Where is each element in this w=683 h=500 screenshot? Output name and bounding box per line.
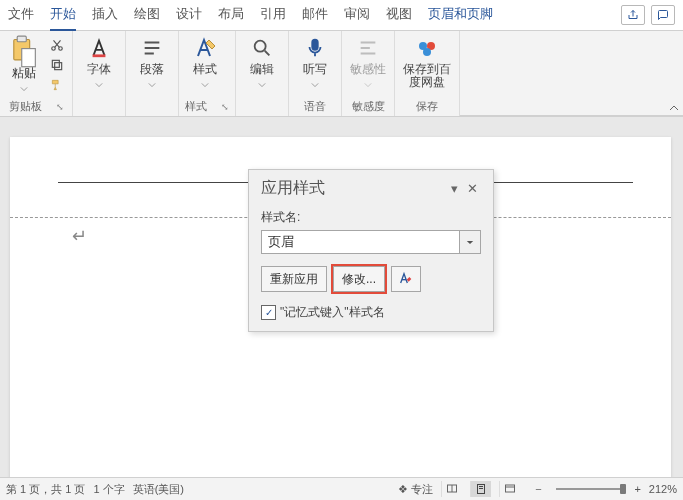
svg-rect-15	[506, 485, 515, 492]
zoom-slider[interactable]	[556, 488, 626, 490]
autocomplete-checkbox-row[interactable]: ✓ "记忆式键入"样式名	[261, 304, 481, 321]
paragraph-label: 段落	[140, 63, 164, 76]
group-font: 字体	[73, 31, 126, 116]
chevron-down-icon	[201, 78, 209, 86]
pane-close-button[interactable]: ✕	[463, 180, 481, 198]
font-button[interactable]: 字体	[79, 35, 119, 86]
format-painter-button[interactable]	[48, 77, 66, 93]
svg-rect-9	[312, 40, 318, 50]
group-voice: 听写 语音	[289, 31, 342, 116]
copy-button[interactable]	[48, 57, 66, 73]
paragraph-button[interactable]: 段落	[132, 35, 172, 86]
chevron-down-icon	[148, 78, 156, 86]
styles-button[interactable]: 样式	[185, 35, 225, 86]
font-label: 字体	[87, 63, 111, 76]
sensitivity-button: 敏感性	[348, 35, 388, 86]
dictate-button[interactable]: 听写	[295, 35, 335, 86]
save-to-baidu-button[interactable]: 保存到百度网盘	[401, 35, 453, 89]
tabs-right	[621, 5, 675, 25]
style-name-label: 样式名:	[261, 209, 481, 226]
group-styles: 样式 样式⤡	[179, 31, 236, 116]
paste-button[interactable]: 粘贴	[6, 35, 42, 90]
document-area: ↵ 应用样式 ▾ ✕ 样式名: 页眉 重新应用 修改... ✓ "记忆式键入"样…	[0, 117, 683, 477]
pane-options-button[interactable]: ▾	[445, 180, 463, 198]
view-read-button[interactable]	[441, 481, 462, 497]
tab-design[interactable]: 设计	[176, 0, 202, 31]
chevron-down-icon	[364, 78, 372, 86]
tab-draw[interactable]: 绘图	[134, 0, 160, 31]
voice-group-label: 语音	[295, 98, 335, 116]
sensitivity-label: 敏感性	[350, 63, 386, 76]
tab-view[interactable]: 视图	[386, 0, 412, 31]
status-bar: 第 1 页，共 1 页 1 个字 英语(美国) ❖ 专注 − + 212%	[0, 477, 683, 500]
zoom-value[interactable]: 212%	[649, 483, 677, 495]
sensitivity-group-label: 敏感度	[348, 98, 388, 116]
svg-rect-2	[22, 49, 36, 67]
style-name-dropdown-button[interactable]	[460, 230, 481, 254]
svg-rect-7	[93, 54, 106, 57]
tab-review[interactable]: 审阅	[344, 0, 370, 31]
editing-label: 编辑	[250, 63, 274, 76]
dialog-launcher-icon[interactable]: ⤡	[56, 102, 64, 112]
group-clipboard: 粘贴 剪贴板⤡	[0, 31, 73, 116]
tab-layout[interactable]: 布局	[218, 0, 244, 31]
tab-references[interactable]: 引用	[260, 0, 286, 31]
svg-rect-6	[52, 60, 59, 67]
autocomplete-label: "记忆式键入"样式名	[280, 304, 385, 321]
pane-title: 应用样式	[261, 178, 325, 199]
group-save: 保存到百度网盘 保存	[395, 31, 460, 116]
tab-header-footer[interactable]: 页眉和页脚	[428, 0, 493, 31]
group-paragraph: 段落	[126, 31, 179, 116]
view-print-button[interactable]	[470, 481, 491, 497]
chevron-down-icon	[311, 78, 319, 86]
styles-group-label: 样式	[185, 99, 207, 114]
clipboard-group-label: 剪贴板	[9, 99, 42, 114]
dictate-label: 听写	[303, 63, 327, 76]
collapse-ribbon-button[interactable]	[460, 31, 683, 116]
save-label: 保存到百度网盘	[401, 63, 453, 89]
styles-pane-button[interactable]	[391, 266, 421, 292]
chevron-down-icon	[95, 78, 103, 86]
style-name-input[interactable]: 页眉	[261, 230, 460, 254]
status-page[interactable]: 第 1 页，共 1 页	[6, 482, 85, 497]
cut-button[interactable]	[48, 37, 66, 53]
group-editing: 编辑	[236, 31, 289, 116]
comments-button[interactable]	[651, 5, 675, 25]
style-name-combo[interactable]: 页眉	[261, 230, 481, 254]
reapply-button[interactable]: 重新应用	[261, 266, 327, 292]
focus-mode-button[interactable]: ❖ 专注	[398, 482, 433, 497]
status-word-count[interactable]: 1 个字	[93, 482, 124, 497]
svg-point-12	[423, 48, 431, 56]
share-button[interactable]	[621, 5, 645, 25]
chevron-down-icon	[20, 82, 28, 90]
checkbox-icon[interactable]: ✓	[261, 305, 276, 320]
tab-mailings[interactable]: 邮件	[302, 0, 328, 31]
save-group-label: 保存	[401, 98, 453, 116]
zoom-out-button[interactable]: −	[528, 481, 548, 497]
svg-point-8	[255, 41, 266, 52]
ribbon-tabs: 文件 开始 插入 绘图 设计 布局 引用 邮件 审阅 视图 页眉和页脚	[0, 0, 683, 31]
view-web-button[interactable]	[499, 481, 520, 497]
paste-label: 粘贴	[12, 65, 36, 82]
styles-label: 样式	[193, 63, 217, 76]
editing-button[interactable]: 编辑	[242, 35, 282, 86]
svg-rect-5	[55, 63, 62, 70]
chevron-down-icon	[258, 78, 266, 86]
apply-styles-pane: 应用样式 ▾ ✕ 样式名: 页眉 重新应用 修改... ✓ "记忆式键入"样式名	[248, 169, 494, 332]
tab-home[interactable]: 开始	[50, 0, 76, 31]
status-language[interactable]: 英语(美国)	[133, 482, 184, 497]
svg-rect-1	[17, 36, 26, 42]
dialog-launcher-icon[interactable]: ⤡	[221, 102, 229, 112]
group-sensitivity: 敏感性 敏感度	[342, 31, 395, 116]
ribbon: 粘贴 剪贴板⤡ 字体 段落	[0, 31, 683, 117]
tab-insert[interactable]: 插入	[92, 0, 118, 31]
modify-button[interactable]: 修改...	[333, 266, 385, 292]
zoom-in-button[interactable]: +	[634, 483, 640, 495]
tab-file[interactable]: 文件	[8, 0, 34, 31]
paragraph-mark-icon: ↵	[72, 225, 87, 247]
